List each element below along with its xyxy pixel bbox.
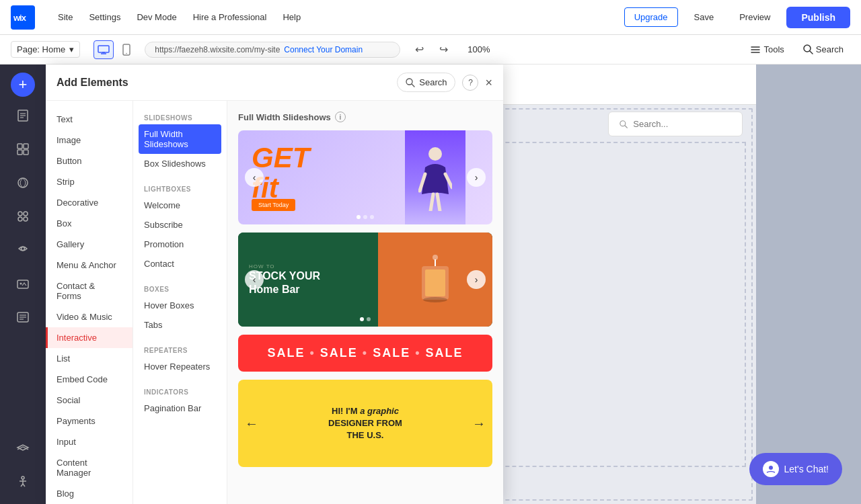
accessibility-icon[interactable] xyxy=(8,466,38,496)
nav-item-embed-code[interactable]: Embed Code xyxy=(46,369,133,390)
upgrade-button[interactable]: Upgrade xyxy=(624,7,678,27)
apps-icon[interactable] xyxy=(8,202,38,231)
nav-item-box[interactable]: Box xyxy=(46,213,133,234)
nav-item-button[interactable]: Button xyxy=(46,151,133,171)
next-arrow-getfit[interactable]: › xyxy=(467,168,486,187)
svg-point-5 xyxy=(126,52,127,54)
topbar-nav: Site Settings Dev Mode Hire a Profession… xyxy=(51,8,307,26)
nav-item-interactive[interactable]: Interactive xyxy=(46,327,133,348)
layers-icon[interactable] xyxy=(8,433,38,462)
editor-area: + Port xyxy=(0,65,861,504)
slideshow-card-sale[interactable]: SALE • SALE • SALE • SALE xyxy=(238,335,492,372)
designer-content: HI! I'M a graphic DESIGNER FROM THE U.S. xyxy=(304,405,426,442)
subnav-subscribe[interactable]: Subscribe xyxy=(139,215,221,235)
redo-button[interactable]: ↪ xyxy=(433,39,454,60)
connect-domain-link[interactable]: Connect Your Domain xyxy=(284,45,363,54)
subnav-boxes-title: BOXES xyxy=(139,280,221,296)
left-sidebar: + xyxy=(0,65,46,504)
subnav-promotion[interactable]: Promotion xyxy=(139,235,221,254)
next-arrow-homebar[interactable]: › xyxy=(467,270,486,289)
subnav-slideshows-title: SLIDESHOWS xyxy=(139,109,221,124)
preview-button[interactable]: Preview xyxy=(730,8,780,26)
nav-item-gallery[interactable]: Gallery xyxy=(46,234,133,255)
nav-site[interactable]: Site xyxy=(51,8,79,26)
svg-line-37 xyxy=(430,194,433,211)
nav-item-content-manager[interactable]: Content Manager xyxy=(46,452,133,483)
nav-item-menu-anchor[interactable]: Menu & Anchor xyxy=(46,255,133,276)
right-arrow-designer[interactable]: → xyxy=(472,416,486,431)
panel-body: Text Image Button Strip Decorative Box G… xyxy=(46,101,503,504)
nav-devmode[interactable]: Dev Mode xyxy=(130,8,183,26)
page-selector[interactable]: Page: Home ▾ xyxy=(11,41,80,58)
nav-settings[interactable]: Settings xyxy=(82,8,127,26)
nav-help[interactable]: Help xyxy=(276,8,307,26)
canvas-search-box[interactable] xyxy=(608,112,743,136)
slideshow-card-designer[interactable]: HI! I'M a graphic DESIGNER FROM THE U.S.… xyxy=(238,380,492,467)
nav-item-input[interactable]: Input xyxy=(46,431,133,452)
subnav-contact[interactable]: Contact xyxy=(139,254,221,274)
tools-button[interactable]: Tools xyxy=(743,42,790,58)
nav-item-payments[interactable]: Payments xyxy=(46,411,133,431)
slideshow-card-homebar[interactable]: HOW TO STOCK YOURHome Bar xyxy=(238,233,492,327)
nav-item-contact-forms[interactable]: Contact & Forms xyxy=(46,276,133,306)
secondbar: Page: Home ▾ https://faezeh8.wixsite.com… xyxy=(0,35,861,65)
nav-item-list[interactable]: List xyxy=(46,348,133,369)
panel-nav: Text Image Button Strip Decorative Box G… xyxy=(46,101,133,504)
nav-item-decorative[interactable]: Decorative xyxy=(46,192,133,213)
add-elements-icon[interactable]: + xyxy=(11,73,35,97)
nav-item-blog[interactable]: Blog xyxy=(46,483,133,504)
nav-item-social[interactable]: Social xyxy=(46,390,133,411)
dot-h1 xyxy=(360,317,364,321)
subnav-hover-repeaters[interactable]: Hover Repeaters xyxy=(139,357,221,376)
prev-arrow-getfit[interactable]: ‹ xyxy=(245,168,264,187)
panel-help-button[interactable]: ? xyxy=(462,75,478,91)
save-button[interactable]: Save xyxy=(685,8,724,26)
svg-rect-1 xyxy=(98,46,109,52)
search-button[interactable]: Search xyxy=(796,42,850,57)
svg-point-43 xyxy=(423,297,447,302)
interactions-icon[interactable] xyxy=(8,235,38,265)
svg-point-21 xyxy=(22,247,25,251)
slideshow-card-getfit[interactable]: GET fit Start Today xyxy=(238,130,492,224)
nav-item-text[interactable]: Text xyxy=(46,109,133,130)
desktop-device-btn[interactable] xyxy=(93,40,114,59)
url-bar: https://faezeh8.wixsite.com/my-site Conn… xyxy=(145,42,400,58)
mobile-device-btn[interactable] xyxy=(116,40,137,59)
svg-point-19 xyxy=(18,217,22,221)
panel-close-button[interactable]: × xyxy=(485,77,492,89)
device-icons xyxy=(93,40,137,59)
nav-item-image[interactable]: Image xyxy=(46,130,133,151)
search-widget xyxy=(608,112,743,136)
svg-point-42 xyxy=(433,255,438,260)
subnav-welcome[interactable]: Welcome xyxy=(139,196,221,215)
dots-indicator-getfit xyxy=(357,215,374,219)
undo-button[interactable]: ↩ xyxy=(408,39,430,60)
subnav-full-width-slideshows[interactable]: Full Width Slideshows xyxy=(139,124,221,154)
dot-2 xyxy=(363,215,367,219)
publish-button[interactable]: Publish xyxy=(786,7,850,28)
nav-item-video-music[interactable]: Video & Music xyxy=(46,306,133,327)
svg-rect-13 xyxy=(24,144,28,149)
svg-line-33 xyxy=(412,84,414,87)
pages-icon[interactable] xyxy=(8,101,38,130)
blog-icon[interactable] xyxy=(8,302,38,332)
nav-hire[interactable]: Hire a Professional xyxy=(186,8,274,26)
chat-button[interactable]: Let's Chat! xyxy=(749,453,843,485)
prev-arrow-homebar[interactable]: ‹ xyxy=(245,270,264,289)
subnav-hover-boxes[interactable]: Hover Boxes xyxy=(139,296,221,315)
subnav-pagination-bar[interactable]: Pagination Bar xyxy=(139,398,221,418)
subnav-indicators-title: INDICATORS xyxy=(139,383,221,398)
nav-item-strip[interactable]: Strip xyxy=(46,171,133,192)
canvas-search-input[interactable] xyxy=(633,119,731,129)
design-icon[interactable] xyxy=(8,168,38,198)
info-icon[interactable]: i xyxy=(335,112,346,122)
designer-text: HI! I'M a graphic DESIGNER FROM THE U.S. xyxy=(328,405,402,442)
media-icon[interactable] xyxy=(8,269,38,298)
left-arrow-designer[interactable]: ← xyxy=(245,416,258,431)
panels-icon[interactable] xyxy=(8,134,38,164)
dot-1 xyxy=(357,215,361,219)
panel-search-button[interactable]: Search xyxy=(397,73,455,92)
subnav-box-slideshows[interactable]: Box Slideshows xyxy=(139,154,221,173)
svg-point-34 xyxy=(428,147,442,161)
subnav-tabs[interactable]: Tabs xyxy=(139,315,221,335)
